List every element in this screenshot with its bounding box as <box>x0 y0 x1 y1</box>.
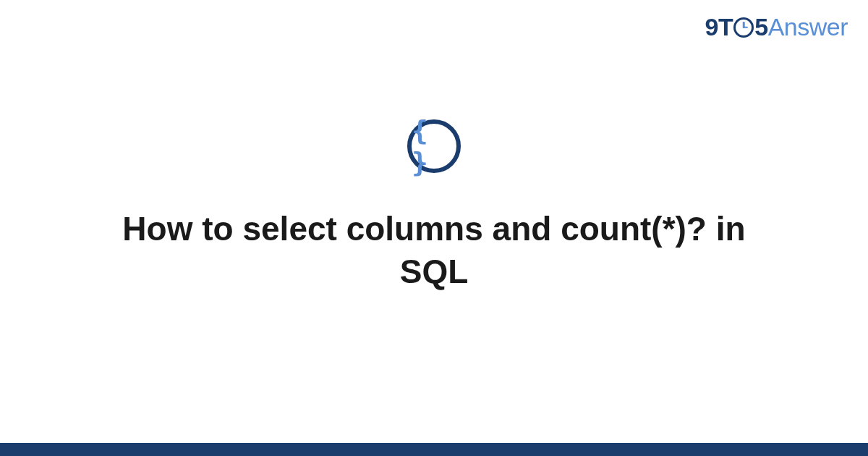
logo-part-5: 5 <box>754 13 767 41</box>
logo-wordmark: 9T 5 Answer <box>705 13 848 41</box>
logo-part-answer: Answer <box>768 13 848 41</box>
clock-icon <box>733 17 754 38</box>
main-content: { } How to select columns and count(*)? … <box>0 0 868 456</box>
page-container: 9T 5 Answer { } How to select columns an… <box>0 0 868 456</box>
logo-part-9t: 9T <box>705 13 733 41</box>
footer-accent-bar <box>0 443 868 456</box>
site-logo[interactable]: 9T 5 Answer <box>705 13 848 41</box>
category-badge: { } <box>407 119 461 173</box>
question-title: How to select columns and count(*)? in S… <box>109 208 760 293</box>
code-braces-icon: { } <box>412 114 456 178</box>
